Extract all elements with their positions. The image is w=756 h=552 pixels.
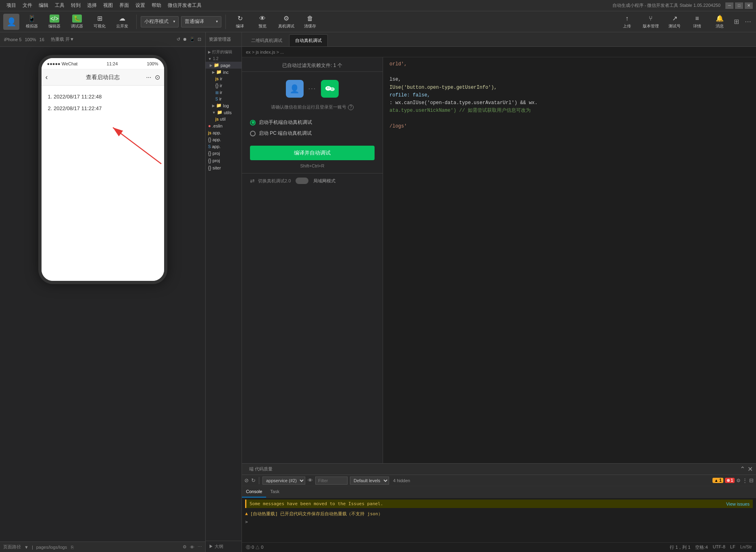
- clear-cache-button[interactable]: 🗑 清缓存: [300, 13, 320, 31]
- file-node-proj1[interactable]: {} proj: [206, 150, 242, 157]
- path-copy-icon[interactable]: ⎘: [71, 545, 74, 550]
- editor-button[interactable]: </> 编辑器: [44, 13, 65, 31]
- phone-icon[interactable]: 📱: [190, 37, 195, 42]
- file-node-utils[interactable]: ▼ 📁 utils: [206, 109, 242, 116]
- device-label: iPhone 5: [4, 37, 21, 42]
- simulator-button[interactable]: 📱 模拟器: [22, 13, 42, 31]
- file-node-inc[interactable]: ▶ 📁 inc: [206, 69, 242, 75]
- mode-dropdown[interactable]: 小程序模式: [141, 16, 179, 27]
- dock-icon[interactable]: ⊟: [749, 477, 754, 483]
- test-button[interactable]: ↗ 测试号: [664, 13, 685, 31]
- file-node-sitemap[interactable]: {} siter: [206, 164, 242, 171]
- menu-item-file[interactable]: 文件: [19, 0, 35, 11]
- user-avatar-icon: 👤: [286, 80, 304, 98]
- eye-icon[interactable]: 👁: [190, 545, 194, 550]
- file-section-open[interactable]: ▶ 打开的编辑: [206, 48, 242, 56]
- compile-mode-dropdown[interactable]: 普通编译: [181, 16, 221, 27]
- debug-filter-notice: 已自动过滤无依赖文件: 1 个: [242, 57, 383, 72]
- version-button[interactable]: ⑂ 版本管理: [639, 13, 662, 31]
- file-node-ir-wxml[interactable]: ⊞ ir: [206, 89, 242, 96]
- expand-icon[interactable]: ⊡: [198, 37, 201, 42]
- rotate-icon[interactable]: ↺: [177, 37, 180, 42]
- gear-icon[interactable]: ⚙: [736, 478, 741, 483]
- radio-mobile-circle[interactable]: [250, 120, 256, 125]
- local-mode-toggle[interactable]: [296, 178, 308, 184]
- panel-close-icon[interactable]: ✕: [748, 465, 753, 473]
- reload-icon[interactable]: ↻: [251, 477, 256, 483]
- more-options-icon[interactable]: ⋮: [742, 477, 748, 483]
- eye-toggle-icon[interactable]: 👁: [308, 477, 313, 483]
- file-node-proj2[interactable]: {} proj: [206, 157, 242, 164]
- console-icon: ⊘: [244, 477, 249, 483]
- compile-button[interactable]: ↻ 编译: [230, 13, 250, 31]
- help-icon[interactable]: ?: [348, 105, 354, 110]
- settings-icon[interactable]: ⚙: [183, 544, 187, 550]
- preview-button[interactable]: 👁 预览: [252, 13, 273, 31]
- file-section-12[interactable]: ▼ 1.2: [206, 56, 242, 62]
- path-arrow[interactable]: ▼: [24, 545, 29, 550]
- avatar[interactable]: 👤: [3, 14, 19, 30]
- close-button[interactable]: ✕: [745, 2, 753, 9]
- code-line-3: lse,: [389, 76, 750, 84]
- console-output: Some messages have been moved to the Iss…: [242, 498, 756, 542]
- file-node-app-json[interactable]: {} app.: [206, 136, 242, 143]
- menu-item-settings[interactable]: 设置: [132, 0, 148, 11]
- radio-mobile[interactable]: 启动手机端自动真机调试: [250, 119, 375, 126]
- save-status: Ln/Str: [740, 544, 752, 550]
- file-node-app-js[interactable]: js app.: [206, 130, 242, 136]
- message-button[interactable]: 🔔 消息: [710, 13, 730, 31]
- visual-button[interactable]: ⊞ 可视化: [90, 13, 110, 31]
- more-button[interactable]: ⋯: [743, 16, 753, 27]
- menu-item-select[interactable]: 选择: [84, 0, 100, 11]
- tab-task[interactable]: Task: [266, 486, 283, 498]
- menu-item-view[interactable]: 视图: [100, 0, 116, 11]
- maximize-button[interactable]: □: [735, 2, 743, 9]
- more-dots-icon[interactable]: ⋯: [198, 544, 202, 550]
- file-node-ir-wxss[interactable]: S ir: [206, 96, 242, 102]
- phone-record-icon[interactable]: ⊙: [155, 73, 160, 81]
- simulator-content: ●●●●● WeChat 11:24 100% ‹ 查看启动日志 ··· ⊙ 1…: [0, 47, 205, 542]
- file-node-app-wxss[interactable]: S app.: [206, 143, 242, 150]
- file-node-log[interactable]: ▶ 📁 log: [206, 102, 242, 109]
- file-node-ir-json[interactable]: {} ir: [206, 82, 242, 89]
- real-debug-button[interactable]: ⚙ 真机调试: [275, 13, 298, 31]
- menu-item-tools[interactable]: 工具: [52, 0, 68, 11]
- file-node-ir-js[interactable]: js ir: [206, 75, 242, 82]
- file-node-eslint[interactable]: ● .eslin: [206, 122, 242, 130]
- debugger-button[interactable]: 🐛 调试器: [67, 13, 87, 31]
- tab-console[interactable]: Console: [242, 486, 266, 498]
- file-node-pages[interactable]: ▶ 📁 page: [206, 62, 242, 69]
- menu-item-wechat-tools[interactable]: 微信开发者工具: [165, 0, 205, 11]
- detail-button[interactable]: ≡ 详情: [687, 13, 707, 31]
- radio-pc[interactable]: 启动 PC 端自动真机调试: [250, 130, 375, 137]
- file-node-util-js[interactable]: js util: [206, 116, 242, 122]
- menu-item-edit[interactable]: 编辑: [35, 0, 52, 11]
- appservice-select[interactable]: appservice (#2): [262, 477, 305, 485]
- hot-reload-warning: ▲ [自动热重载] 已开启代码文件保存后自动热重载（不支持 json）: [245, 510, 753, 518]
- radio-pc-circle[interactable]: [250, 131, 256, 136]
- filter-input[interactable]: [315, 477, 348, 485]
- menu-item-project[interactable]: 项目: [3, 0, 19, 11]
- menu-item-help[interactable]: 帮助: [148, 0, 165, 11]
- cloud-button[interactable]: ☁ 云开发: [112, 13, 132, 31]
- menu-item-interface[interactable]: 界面: [116, 0, 132, 11]
- minimize-button[interactable]: ─: [725, 2, 733, 9]
- upload-button[interactable]: ↑ 上传: [617, 13, 637, 31]
- compile-debug-button[interactable]: 编译并自动调试: [250, 146, 375, 160]
- panel-expand-icon[interactable]: ⌃: [740, 465, 745, 473]
- console-toolbar: ⊘ ↻ appservice (#2) 👁 Default levels 4 h…: [242, 475, 756, 486]
- tab-qr-debug[interactable]: 二维码真机调试: [245, 34, 288, 46]
- menu-item-goto[interactable]: 转到: [68, 0, 84, 11]
- layout-toggle-button[interactable]: ⊞: [732, 16, 741, 27]
- file-panel: 资源管理器 ▶ 打开的编辑 ▼ 1.2 ▶ 📁 page: [206, 32, 242, 552]
- level-select[interactable]: Default levels: [350, 477, 389, 485]
- debug-options: 启动手机端自动真机调试 启动 PC 端自动真机调试: [242, 116, 383, 140]
- phone-more-icon[interactable]: ···: [146, 74, 151, 81]
- tab-auto-debug[interactable]: 自动真机调试: [289, 34, 328, 46]
- view-issues-button[interactable]: View issues: [726, 502, 750, 506]
- phone-back-button[interactable]: ‹: [46, 73, 48, 82]
- record-icon[interactable]: ⏺: [183, 37, 187, 42]
- warn-icon: ▲: [245, 511, 248, 516]
- main-toolbar: 👤 📱 模拟器 </> 编辑器 🐛 调试器 ⊞ 可视化 ☁ 云开发 小程序模式 …: [0, 11, 756, 32]
- hot-reload-label[interactable]: 热重载 开▼: [51, 36, 74, 42]
